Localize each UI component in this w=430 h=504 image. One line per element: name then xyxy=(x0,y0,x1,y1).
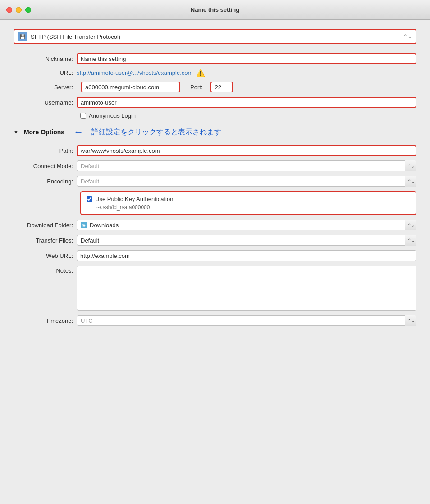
port-input[interactable] xyxy=(210,82,233,92)
path-row: Path: xyxy=(14,145,416,156)
web-url-row: Web URL: xyxy=(14,250,416,261)
form-section: Nickname: URL: sftp://amimoto-user@.../v… xyxy=(14,53,416,326)
protocol-row: 💾 SFTP (SSH File Transfer Protocol) ⌃⌄ xyxy=(14,29,416,44)
pubkey-label[interactable]: Use Public Key Authentication xyxy=(95,196,173,202)
path-label: Path: xyxy=(14,147,77,154)
protocol-label: SFTP (SSH File Transfer Protocol) xyxy=(31,33,399,40)
pubkey-checkbox[interactable] xyxy=(87,196,92,202)
protocol-icon: 💾 xyxy=(18,32,27,41)
download-folder-label: Download Folder: xyxy=(14,222,77,229)
timezone-select[interactable]: UTC xyxy=(77,315,416,326)
timezone-select-wrapper: UTC ⌃⌄ xyxy=(77,315,416,326)
triangle-icon: ▼ xyxy=(14,129,18,135)
more-options-label[interactable]: More Options xyxy=(24,128,64,136)
close-button[interactable] xyxy=(6,7,12,13)
notes-textarea[interactable] xyxy=(77,266,416,311)
traffic-lights xyxy=(6,7,31,13)
protocol-selector[interactable]: 💾 SFTP (SSH File Transfer Protocol) ⌃⌄ xyxy=(14,29,416,44)
transfer-files-label: Transfer Files: xyxy=(14,237,77,244)
window-content: 💾 SFTP (SSH File Transfer Protocol) ⌃⌄ N… xyxy=(0,20,430,504)
anonymous-row: Anonymous Login xyxy=(14,112,416,119)
encoding-select[interactable]: Default xyxy=(77,176,416,187)
web-url-input[interactable] xyxy=(77,250,416,261)
url-label: URL: xyxy=(14,69,77,76)
window-title: Name this setting xyxy=(191,6,239,13)
connect-mode-label: Connect Mode: xyxy=(14,163,77,170)
download-folder-row: Download Folder: ◉ Downloads ⌃⌄ xyxy=(14,220,416,230)
server-port-row: Server: Port: xyxy=(14,82,416,92)
connect-mode-row: Connect Mode: Default ⌃⌄ xyxy=(14,160,416,171)
transfer-files-row: Transfer Files: Default ⌃⌄ xyxy=(14,235,416,246)
path-input[interactable] xyxy=(77,145,416,156)
transfer-files-select[interactable]: Default xyxy=(77,235,416,246)
download-folder-display: ◉ Downloads xyxy=(77,220,416,230)
transfer-files-select-wrapper: Default ⌃⌄ xyxy=(77,235,416,246)
connect-mode-select[interactable]: Default xyxy=(77,160,416,171)
protocol-arrows-icon: ⌃⌄ xyxy=(403,33,412,40)
web-url-label: Web URL: xyxy=(14,252,77,259)
pubkey-sub-text: ~/.ssh/id_rsa.a000000 xyxy=(87,204,410,211)
username-input[interactable] xyxy=(77,97,416,108)
notes-row: Notes: xyxy=(14,266,416,311)
timezone-row: Timezone: UTC ⌃⌄ xyxy=(14,315,416,326)
download-folder-value: Downloads xyxy=(90,222,119,229)
maximize-button[interactable] xyxy=(25,7,31,13)
port-label: Port: xyxy=(185,84,206,91)
username-label: Username: xyxy=(14,99,77,106)
username-row: Username: xyxy=(14,97,416,108)
downloads-folder-icon: ◉ xyxy=(81,222,87,228)
server-input[interactable] xyxy=(81,82,180,92)
jp-description-text: 詳細設定をクリックすると表示されます xyxy=(91,128,221,137)
more-options-row: ▼ More Options ← 詳細設定をクリックすると表示されます xyxy=(14,126,416,138)
encoding-label: Encoding: xyxy=(14,178,77,185)
pubkey-row: Use Public Key Authentication xyxy=(87,196,410,202)
pubkey-box: Use Public Key Authentication ~/.ssh/id_… xyxy=(80,191,416,215)
nickname-input[interactable] xyxy=(77,53,416,64)
anonymous-checkbox[interactable] xyxy=(80,113,86,119)
encoding-select-wrapper: Default ⌃⌄ xyxy=(77,176,416,187)
download-folder-wrapper: ◉ Downloads ⌃⌄ xyxy=(77,220,416,230)
nickname-label: Nickname: xyxy=(14,55,77,62)
notes-label: Notes: xyxy=(14,266,77,274)
url-row: URL: sftp://amimoto-user@.../vhosts/exam… xyxy=(14,69,416,77)
minimize-button[interactable] xyxy=(16,7,22,13)
connect-mode-select-wrapper: Default ⌃⌄ xyxy=(77,160,416,171)
encoding-row: Encoding: Default ⌃⌄ xyxy=(14,176,416,187)
url-link[interactable]: sftp://amimoto-user@.../vhosts/example.c… xyxy=(77,69,192,76)
timezone-label: Timezone: xyxy=(14,317,77,324)
anonymous-label[interactable]: Anonymous Login xyxy=(89,112,136,119)
title-bar: Name this setting xyxy=(0,0,430,20)
nickname-row: Nickname: xyxy=(14,53,416,64)
left-arrow-icon: ← xyxy=(73,126,83,138)
server-label: Server: xyxy=(14,84,77,91)
warning-icon: ⚠️ xyxy=(196,69,205,77)
